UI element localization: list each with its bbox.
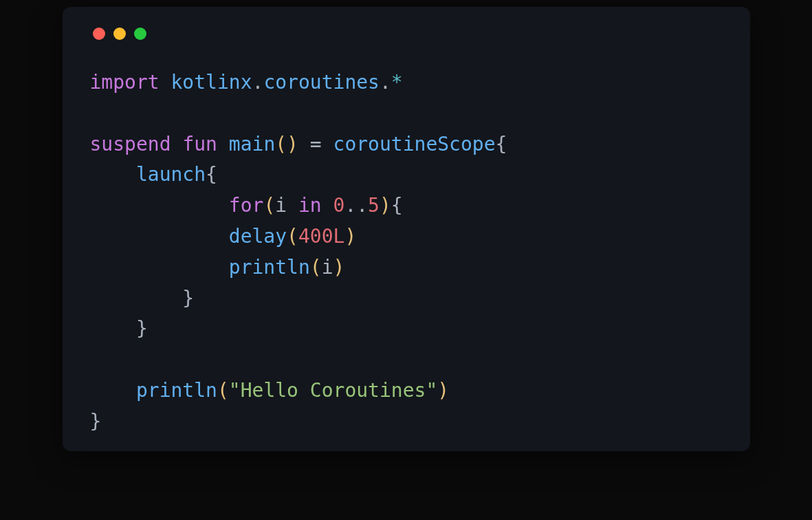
wildcard: *	[391, 71, 403, 94]
keyword-import: import	[90, 71, 160, 94]
dot-operator: .	[380, 71, 391, 94]
range-operator: ..	[344, 194, 368, 217]
brace-close: }	[90, 410, 102, 433]
paren-open: (	[263, 194, 275, 217]
paren-close: )	[380, 194, 391, 217]
paren-open: (	[217, 379, 229, 402]
function-println: println	[136, 379, 217, 402]
maximize-icon[interactable]	[134, 28, 146, 40]
paren-close: )	[333, 256, 345, 279]
close-icon[interactable]	[93, 28, 105, 40]
brace-open: {	[206, 163, 217, 186]
keyword-fun: fun	[182, 133, 217, 155]
brace-close: }	[136, 317, 148, 340]
function-delay: delay	[229, 225, 287, 248]
brace-open: {	[391, 194, 403, 217]
function-coroutinescope: coroutineScope	[333, 133, 496, 155]
brace-close: }	[182, 287, 194, 310]
paren-close: )	[344, 225, 356, 248]
number-literal: 400L	[298, 225, 344, 248]
keyword-suspend: suspend	[90, 133, 171, 155]
keyword-in: in	[287, 194, 333, 217]
brace-open: {	[496, 133, 507, 155]
paren-open: (	[310, 256, 322, 279]
keyword-for: for	[229, 194, 264, 217]
package-name: coroutines	[263, 71, 380, 94]
package-name: kotlinx	[171, 71, 252, 94]
function-launch: launch	[136, 163, 206, 186]
function-println: println	[229, 256, 310, 279]
paren-open: (	[287, 225, 298, 248]
number-literal: 0	[333, 194, 345, 217]
number-literal: 5	[368, 194, 380, 217]
parentheses: ()	[275, 133, 298, 155]
dot-operator: .	[252, 71, 264, 94]
window-titlebar	[90, 28, 723, 40]
code-editor: import kotlinx.coroutines.* suspend fun …	[90, 67, 723, 437]
paren-close: )	[437, 379, 449, 402]
variable-i: i	[275, 194, 287, 217]
variable-i: i	[322, 256, 333, 279]
code-window: import kotlinx.coroutines.* suspend fun …	[63, 7, 750, 451]
minimize-icon[interactable]	[113, 28, 126, 40]
equals-operator: =	[298, 133, 333, 155]
string-literal: "Hello Coroutines"	[229, 379, 437, 402]
function-main: main	[229, 133, 275, 155]
